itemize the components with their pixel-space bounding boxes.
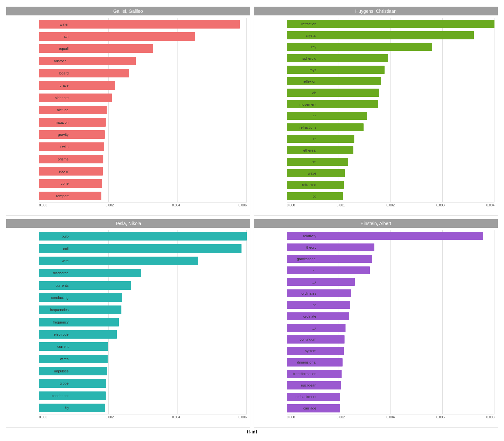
bar-row: altitude [39, 104, 247, 116]
bar-label: grave [39, 83, 70, 87]
bar-row: refractions [287, 121, 494, 133]
bar-label: ray [287, 45, 318, 49]
bar-label: wires [39, 357, 70, 361]
bar-label: frequencies [39, 308, 70, 312]
bar-row: _aristotle_ [39, 55, 247, 67]
bar-label: ordinates [287, 291, 318, 295]
axis-ticks: 0.0000.0020.0040.006 [39, 202, 247, 207]
bar-label: natation [39, 120, 70, 124]
chart-title-tesla: Tesla, Nikola [6, 219, 250, 228]
bar-row: conducting [39, 291, 247, 304]
bar-row: cone [39, 178, 247, 190]
axis-area: 0.0000.0010.0020.0030.004 [287, 202, 494, 215]
bar-label: cm [287, 160, 318, 164]
chart-einstein: Einstein, Albertrelativitytheorygravitat… [254, 219, 498, 428]
bar-label: coil [39, 247, 70, 251]
bar-label: currents [39, 284, 70, 287]
bar-row: euclidean [287, 380, 494, 391]
axis-tick: 0.006 [239, 203, 247, 207]
bar-label: ac [287, 114, 318, 118]
bar-row: _k_ [287, 265, 494, 276]
bar-row: transformation [287, 368, 494, 380]
bar-row: dimensional [287, 357, 494, 368]
bar-label: carriage [287, 406, 318, 410]
bar-row: crystal [287, 30, 494, 41]
bar-row: discharge [39, 267, 247, 279]
bar-label: prisme [39, 157, 70, 161]
bar-row: movement [287, 98, 494, 110]
bar-row: relativity [287, 230, 494, 242]
bar-label: transformation [287, 372, 318, 376]
bar-row: cm [287, 156, 494, 167]
axis-tick: 0.003 [436, 203, 445, 207]
bar-row: coil [39, 242, 247, 255]
chart-galileo: Galilei, Galileowaterhathequall_aristotl… [6, 7, 250, 216]
chart-huygens: Huygens, Christiaanrefractioncrystalrays… [254, 7, 498, 216]
bar-label: sidenote [39, 96, 70, 100]
bar-row: swim [39, 141, 247, 153]
bar-label: ethereal [287, 148, 318, 152]
axis-tick: 0.008 [486, 415, 494, 419]
bar-row: frequency [39, 316, 247, 328]
bar-label: relativity [287, 234, 318, 238]
axis-tick: 0.000 [39, 203, 47, 207]
bar-label: cg [287, 194, 318, 198]
bar-row: system [287, 345, 494, 357]
bar-label: impulses [39, 369, 70, 373]
bar-label: board [39, 71, 70, 75]
bar-label: co [287, 303, 318, 307]
bar-label: cone [39, 181, 70, 185]
bar-label: frequency [39, 320, 70, 324]
axis-ticks: 0.0000.0020.0040.006 [39, 414, 247, 419]
bar-row: currents [39, 279, 247, 291]
axis-tick: 0.004 [387, 415, 395, 419]
bar-label: ebony [39, 169, 70, 173]
axis-tick: 0.002 [106, 203, 114, 207]
bar-row: grave [39, 79, 247, 92]
bar-label: reflexion [287, 79, 318, 83]
bar-label: condenser [39, 394, 70, 398]
chart-area-tesla: bulbcoilwiredischargecurrentsconductingf… [6, 228, 250, 428]
bar-row: continuum [287, 334, 494, 345]
bar-row: spheroid [287, 52, 494, 64]
bar-label: rc [287, 137, 318, 141]
bar-label: theory [287, 245, 318, 249]
bar-label: fig [39, 406, 70, 410]
bar-label: wave [287, 171, 318, 175]
bar-label: electrode [39, 332, 70, 336]
bar-row: embankment [287, 391, 494, 403]
bar-row: water [39, 18, 247, 30]
bar-row: wave [287, 167, 494, 179]
bar-label: euclidean [287, 383, 318, 387]
bar-label: refraction [287, 22, 318, 26]
axis-tick: 0.000 [39, 415, 47, 419]
bar-row: rays [287, 64, 494, 75]
bar-row: gravity [39, 128, 247, 140]
bar-row: refracted [287, 179, 494, 190]
axis-tick: 0.002 [387, 203, 395, 207]
bar-row: rampart [39, 190, 247, 202]
bar-row: ebony [39, 165, 247, 177]
bar-row: prisme [39, 153, 247, 165]
bar-row: electrode [39, 328, 247, 340]
bar-label: current [39, 345, 70, 348]
bar-row: globe [39, 377, 247, 389]
bar-row: ordinates [287, 288, 494, 299]
bar-row: ray [287, 41, 494, 52]
bar-label: _x [287, 326, 318, 330]
bar-row: ethereal [287, 144, 494, 156]
bar-row: hath [39, 30, 247, 42]
bar-row: cg [287, 190, 494, 202]
bar-label: swim [39, 145, 70, 149]
bar-row: _k [287, 276, 494, 288]
bar-row: ac [287, 110, 494, 121]
bar-label: _k [287, 280, 318, 284]
axis-area: 0.0000.0020.0040.006 [39, 202, 247, 215]
bar-label: _k_ [287, 268, 318, 272]
axis-tick: 0.004 [172, 203, 180, 207]
axis-tick: 0.000 [287, 203, 295, 207]
chart-tesla: Tesla, Nikolabulbcoilwiredischargecurren… [6, 219, 250, 428]
axis-tick: 0.006 [436, 415, 445, 419]
axis-tick: 0.004 [172, 415, 180, 419]
bar-row: equall [39, 43, 247, 55]
